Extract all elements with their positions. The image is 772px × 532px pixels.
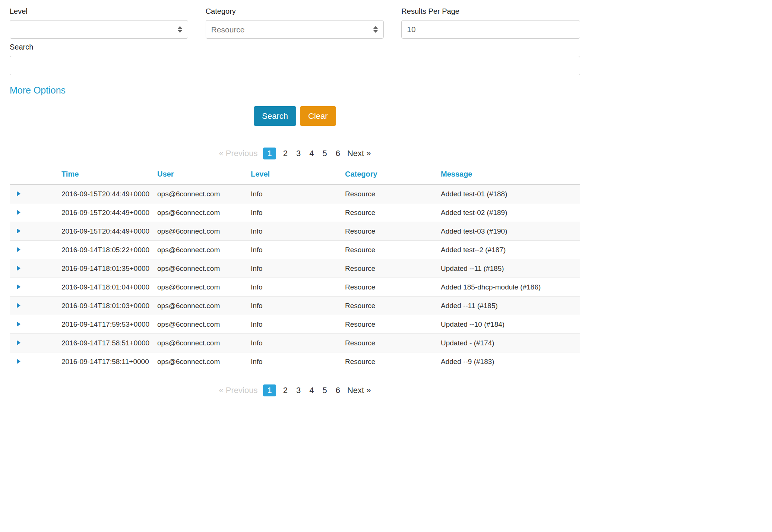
table-row: 2016-09-15T20:44:49+0000 ops@6connect.co…: [10, 185, 580, 203]
pagination-pages: 123456: [263, 384, 342, 396]
expand-cell: [10, 297, 61, 315]
expand-row-icon[interactable]: [17, 322, 20, 327]
page-number[interactable]: 6: [334, 384, 342, 396]
cell-category: Resource: [345, 185, 441, 203]
expand-row-icon[interactable]: [17, 359, 20, 364]
cell-message: Added test-02 (#189): [441, 203, 580, 222]
column-header-category[interactable]: Category: [345, 168, 441, 185]
expand-row-icon[interactable]: [17, 191, 20, 196]
expand-cell: [10, 315, 61, 334]
pagination-pages: 123456: [263, 148, 342, 159]
cell-level: Info: [251, 222, 345, 241]
cell-user: ops@6connect.com: [157, 203, 251, 222]
cell-category: Resource: [345, 278, 441, 297]
table-row: 2016-09-14T17:58:51+0000 ops@6connect.co…: [10, 334, 580, 352]
table-row: 2016-09-15T20:44:49+0000 ops@6connect.co…: [10, 203, 580, 222]
page-number[interactable]: 5: [321, 148, 328, 159]
pagination: « Previous 123456 Next »: [10, 148, 580, 159]
category-select[interactable]: Resource: [206, 20, 384, 39]
page-number[interactable]: 2: [282, 148, 289, 159]
clear-button[interactable]: Clear: [300, 106, 336, 126]
results-per-page-input[interactable]: [401, 20, 580, 39]
cell-time: 2016-09-15T20:44:49+0000: [61, 185, 157, 203]
log-viewer-page: Level Category Resource Results Per Page…: [0, 0, 580, 396]
cell-message: Updated - (#174): [441, 334, 580, 352]
expand-cell: [10, 278, 61, 297]
page-number-active[interactable]: 1: [263, 148, 276, 159]
more-options-link[interactable]: More Options: [10, 85, 66, 96]
page-number[interactable]: 6: [334, 148, 342, 159]
pagination-next[interactable]: Next »: [347, 386, 371, 395]
action-buttons: Search Clear: [10, 106, 580, 126]
cell-time: 2016-09-14T17:58:11+0000: [61, 352, 157, 371]
cell-time: 2016-09-15T20:44:49+0000: [61, 222, 157, 241]
results-per-page-label: Results Per Page: [401, 7, 580, 16]
page-number[interactable]: 2: [282, 384, 289, 396]
expand-cell: [10, 352, 61, 371]
expand-row-icon[interactable]: [17, 303, 20, 308]
cell-message: Added test-01 (#188): [441, 185, 580, 203]
cell-time: 2016-09-14T17:59:53+0000: [61, 315, 157, 334]
expand-row-icon[interactable]: [17, 340, 20, 345]
cell-user: ops@6connect.com: [157, 241, 251, 259]
cell-message: Added --11 (#185): [441, 297, 580, 315]
expand-cell: [10, 222, 61, 241]
expand-row-icon[interactable]: [17, 228, 20, 234]
cell-time: 2016-09-15T20:44:49+0000: [61, 203, 157, 222]
expand-cell: [10, 185, 61, 203]
page-number[interactable]: 4: [308, 384, 315, 396]
cell-user: ops@6connect.com: [157, 315, 251, 334]
cell-user: ops@6connect.com: [157, 259, 251, 278]
expand-row-icon[interactable]: [17, 266, 20, 271]
cell-level: Info: [251, 334, 345, 352]
log-table-body: 2016-09-15T20:44:49+0000 ops@6connect.co…: [10, 185, 580, 371]
cell-time: 2016-09-14T18:01:35+0000: [61, 259, 157, 278]
cell-level: Info: [251, 278, 345, 297]
expand-row-icon[interactable]: [17, 284, 20, 289]
pagination-previous[interactable]: « Previous: [219, 149, 257, 158]
cell-level: Info: [251, 203, 345, 222]
category-filter: Category Resource: [206, 7, 384, 39]
cell-time: 2016-09-14T17:58:51+0000: [61, 334, 157, 352]
results-per-page-filter: Results Per Page: [401, 7, 580, 39]
column-header-level[interactable]: Level: [251, 168, 345, 185]
cell-user: ops@6connect.com: [157, 278, 251, 297]
table-row: 2016-09-14T17:58:11+0000 ops@6connect.co…: [10, 352, 580, 371]
page-number[interactable]: 3: [295, 384, 302, 396]
cell-user: ops@6connect.com: [157, 185, 251, 203]
cell-level: Info: [251, 315, 345, 334]
expand-row-icon[interactable]: [17, 247, 20, 252]
cell-category: Resource: [345, 203, 441, 222]
expand-row-icon[interactable]: [17, 210, 20, 215]
level-select[interactable]: [10, 20, 188, 39]
expand-column-header: [10, 168, 61, 185]
level-filter: Level: [10, 7, 188, 39]
cell-message: Updated --10 (#184): [441, 315, 580, 334]
pagination-previous[interactable]: « Previous: [219, 386, 257, 395]
level-label: Level: [10, 7, 188, 16]
search-button[interactable]: Search: [254, 106, 296, 126]
search-input[interactable]: [10, 56, 580, 75]
expand-cell: [10, 259, 61, 278]
table-row: 2016-09-14T17:59:53+0000 ops@6connect.co…: [10, 315, 580, 334]
column-header-user[interactable]: User: [157, 168, 251, 185]
expand-cell: [10, 241, 61, 259]
column-header-message[interactable]: Message: [441, 168, 580, 185]
cell-message: Added test--2 (#187): [441, 241, 580, 259]
search-block: Search: [10, 42, 580, 75]
pagination: « Previous 123456 Next »: [10, 384, 580, 396]
category-label: Category: [206, 7, 384, 16]
cell-level: Info: [251, 352, 345, 371]
cell-category: Resource: [345, 334, 441, 352]
cell-level: Info: [251, 185, 345, 203]
pagination-next[interactable]: Next »: [347, 149, 371, 158]
log-table: Time User Level Category Message 2016-09…: [10, 168, 580, 371]
column-header-time[interactable]: Time: [61, 168, 157, 185]
page-number[interactable]: 4: [308, 148, 315, 159]
page-number[interactable]: 3: [295, 148, 302, 159]
filter-row: Level Category Resource Results Per Page: [10, 7, 580, 39]
cell-category: Resource: [345, 315, 441, 334]
page-number[interactable]: 5: [321, 384, 328, 396]
cell-user: ops@6connect.com: [157, 334, 251, 352]
page-number-active[interactable]: 1: [263, 384, 276, 396]
